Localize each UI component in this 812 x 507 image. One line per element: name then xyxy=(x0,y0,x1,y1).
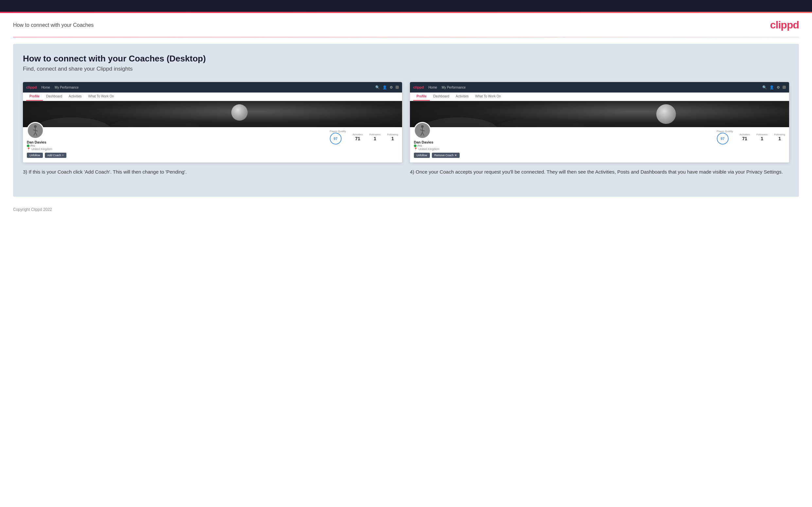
screenshot-col-1: clippd Home My Performance 🔍 👤 ⚙ Profile… xyxy=(23,82,402,176)
location-pin-1: 📍 xyxy=(27,148,31,151)
screenshots-row: clippd Home My Performance 🔍 👤 ⚙ Profile… xyxy=(23,82,789,176)
svg-line-4 xyxy=(34,132,35,136)
profile-buttons-2: Unfollow Remove Coach ✕ xyxy=(414,153,460,158)
followers-value-2: 1 xyxy=(756,136,767,141)
app-tabs-2: Profile Dashboard Activities What To Wor… xyxy=(410,93,789,101)
tab-profile-1[interactable]: Profile xyxy=(26,93,43,101)
app-nav-performance-2: My Performance xyxy=(442,86,465,89)
svg-line-11 xyxy=(421,132,422,136)
activities-value-1: 71 xyxy=(352,136,363,141)
banner-circle-2 xyxy=(656,104,676,124)
role-badge-2 xyxy=(414,145,416,147)
activities-label-1: Activities xyxy=(352,133,363,136)
location-pin-2: 📍 xyxy=(414,148,417,151)
profile-left-col-1: Dan Davies Pro 📍 United Kingdom Unfollow xyxy=(27,130,66,158)
x-icon-2: ✕ xyxy=(454,154,457,157)
tab-what-to-work-on-1[interactable]: What To Work On xyxy=(85,93,117,101)
profile-name-1: Dan Davies xyxy=(27,140,66,144)
followers-label-1: Followers xyxy=(369,133,380,136)
pq-circle-2: 97 xyxy=(717,133,728,145)
main-subtitle: Find, connect and share your Clippd insi… xyxy=(23,66,789,72)
avatar-btn-1 xyxy=(396,86,399,89)
tab-what-to-work-on-2[interactable]: What To Work On xyxy=(472,93,504,101)
avatar-wrap-2 xyxy=(414,122,460,139)
stats-row-2: Player Quality 97 Activities 71 Follower… xyxy=(464,130,785,145)
player-quality-stat-1: Player Quality 97 xyxy=(330,130,346,145)
main-title: How to connect with your Coaches (Deskto… xyxy=(23,54,789,64)
profile-location-1: 📍 United Kingdom xyxy=(27,148,66,151)
tab-activities-1[interactable]: Activities xyxy=(65,93,85,101)
activities-label-2: Activities xyxy=(740,133,750,136)
followers-value-1: 1 xyxy=(369,136,380,141)
tab-dashboard-1[interactable]: Dashboard xyxy=(43,93,65,101)
following-stat-1: Following 1 xyxy=(387,133,398,141)
pq-circle-1: 97 xyxy=(330,133,342,145)
remove-coach-button-2[interactable]: Remove Coach ✕ xyxy=(432,153,460,158)
avatar-circle-1 xyxy=(27,122,44,139)
caption-2: 4) Once your Coach accepts your request … xyxy=(410,168,789,176)
profile-role-1: Pro xyxy=(27,144,66,148)
activities-stat-1: Activities 71 xyxy=(352,133,363,141)
app-nav-2: clippd Home My Performance 🔍 👤 ⚙ xyxy=(410,82,789,93)
profile-role-2: Pro xyxy=(414,144,460,148)
svg-point-8 xyxy=(492,117,590,127)
pq-label-1: Player Quality xyxy=(330,130,346,133)
profile-left-col-2: Dan Davies Pro 📍 United Kingdom Unfollow xyxy=(414,130,460,158)
avatar-btn-2 xyxy=(782,86,786,89)
followers-stat-1: Followers 1 xyxy=(369,133,380,141)
stats-row-1: Player Quality 97 Activities 71 Follower… xyxy=(70,130,398,145)
profile-name-2: Dan Davies xyxy=(414,140,460,144)
caption-1: 3) If this is your Coach click 'Add Coac… xyxy=(23,168,402,176)
app-nav-performance-1: My Performance xyxy=(55,86,79,89)
screenshot-frame-2: clippd Home My Performance 🔍 👤 ⚙ Profile… xyxy=(410,82,789,163)
profile-info-section-2: Dan Davies Pro 📍 United Kingdom Unfollow xyxy=(410,127,789,163)
profile-location-2: 📍 United Kingdom xyxy=(414,148,460,151)
footer-text: Copyright Clippd 2022 xyxy=(13,207,52,212)
followers-label-2: Followers xyxy=(756,133,767,136)
tab-activities-2[interactable]: Activities xyxy=(452,93,472,101)
app-tabs-1: Profile Dashboard Activities What To Wor… xyxy=(23,93,402,101)
app-nav-1: clippd Home My Performance 🔍 👤 ⚙ xyxy=(23,82,402,93)
tab-dashboard-2[interactable]: Dashboard xyxy=(430,93,452,101)
unfollow-button-2[interactable]: Unfollow xyxy=(414,153,430,158)
app-logo-small-2: clippd xyxy=(413,85,424,89)
following-stat-2: Following 1 xyxy=(774,133,785,141)
app-nav-home-1: Home xyxy=(41,86,50,89)
header-divider xyxy=(13,37,799,37)
user-icon-2: 👤 xyxy=(769,85,774,90)
svg-line-12 xyxy=(422,132,424,136)
banner-bg-1 xyxy=(23,101,402,127)
role-badge-1 xyxy=(27,145,30,147)
profile-info-section-1: Dan Davies Pro 📍 United Kingdom Unfollow xyxy=(23,127,402,163)
user-icon-1: 👤 xyxy=(383,85,387,90)
unfollow-button-1[interactable]: Unfollow xyxy=(27,153,43,158)
profile-banner-2 xyxy=(410,101,789,127)
tab-profile-2[interactable]: Profile xyxy=(413,93,430,101)
profile-buttons-1: Unfollow Add Coach + xyxy=(27,153,66,158)
app-nav-right-2: 🔍 👤 ⚙ xyxy=(762,85,786,90)
activities-stat-2: Activities 71 xyxy=(740,133,750,141)
header: How to connect with your Coaches clippd xyxy=(0,13,812,37)
player-quality-stat-2: Player Quality 97 xyxy=(717,130,733,145)
top-bar xyxy=(0,0,812,12)
following-label-1: Following xyxy=(387,133,398,136)
following-value-1: 1 xyxy=(387,136,398,141)
profile-banner-1 xyxy=(23,101,402,127)
clippd-logo: clippd xyxy=(770,19,799,31)
svg-line-5 xyxy=(35,132,37,136)
following-label-2: Following xyxy=(774,133,785,136)
screenshot-frame-1: clippd Home My Performance 🔍 👤 ⚙ Profile… xyxy=(23,82,402,163)
avatar-circle-2 xyxy=(414,122,431,139)
header-title: How to connect with your Coaches xyxy=(13,22,94,28)
svg-point-9 xyxy=(421,125,424,128)
app-nav-right-1: 🔍 👤 ⚙ xyxy=(375,85,399,90)
pq-label-2: Player Quality xyxy=(717,130,733,133)
activities-value-2: 71 xyxy=(740,136,750,141)
avatar-wrap-1 xyxy=(27,122,66,139)
app-nav-home-2: Home xyxy=(428,86,437,89)
add-coach-button-1[interactable]: Add Coach + xyxy=(45,153,66,158)
golf-figure-1 xyxy=(31,124,40,136)
following-value-2: 1 xyxy=(774,136,785,141)
settings-icon-1: ⚙ xyxy=(390,85,393,90)
banner-circle-1 xyxy=(231,104,248,121)
